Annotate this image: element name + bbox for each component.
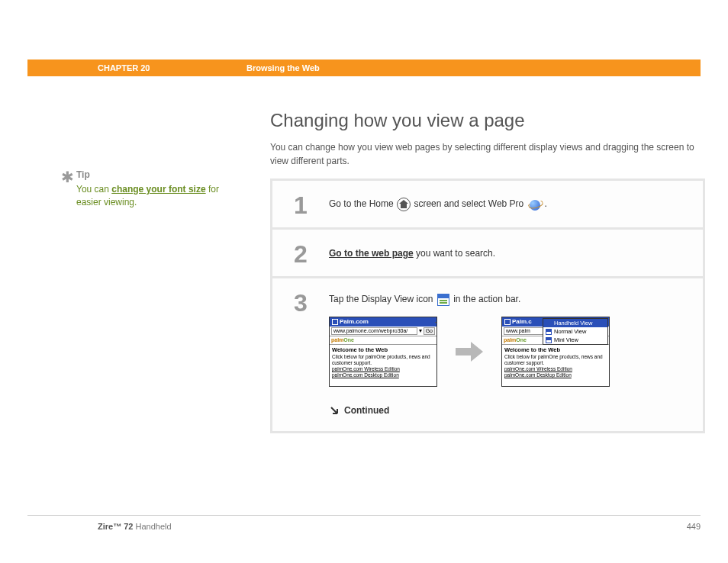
dropdown-item-handheld: Handheld View: [543, 319, 607, 327]
chapter-label: CHAPTER 20: [98, 63, 246, 72]
display-view-dropdown: Handheld View Normal View Mini View: [543, 318, 608, 345]
chapter-title: Browsing the Web: [246, 63, 320, 72]
step-1-body: Go to the Home screen and select Web Pro…: [329, 191, 703, 217]
mini-tabbar: palmOne: [330, 336, 436, 345]
step-number: 1: [272, 188, 329, 220]
page-heading: Changing how you view a page: [270, 110, 705, 131]
dropdown-item-mini: Mini View: [543, 336, 607, 344]
chapter-header: CHAPTER 20 Browsing the Web: [27, 60, 701, 76]
product-rest: Handheld: [133, 522, 171, 531]
step-3-body: Tap the Display View icon in the action …: [329, 286, 703, 423]
continued-indicator: Continued: [329, 404, 688, 417]
mini-go-button: Go: [424, 327, 435, 335]
step-3-text-b: in the action bar.: [451, 294, 520, 304]
main-content: Changing how you view a page You can cha…: [270, 110, 705, 433]
step-1-text-c: .: [545, 198, 547, 209]
mini-link-desktop: palmOne.com Desktop Edition: [332, 372, 434, 378]
step-1-text-a: Go to the Home: [329, 198, 396, 209]
arrow-right-icon: [451, 336, 488, 367]
display-view-icon: [437, 294, 449, 306]
screenshot-after: Palm.c www.palm palmOne Welcome to the W…: [501, 317, 610, 387]
mini-link-wireless: palmOne.com Wireless Edition: [504, 366, 607, 372]
mini-titlebar: Palm.com: [330, 317, 436, 327]
mini-welcome: Welcome to the Web: [504, 346, 607, 353]
tip-heading: Tip: [76, 169, 244, 180]
webpro-icon: [528, 198, 543, 211]
dropdown-item-normal: Normal View: [543, 327, 607, 336]
mini-logo: palmOne: [504, 337, 527, 343]
mini-title-text: Palm.com: [340, 318, 369, 326]
mini-link-desktop: palmOne.com Desktop Edition: [504, 372, 607, 378]
step-3: 3 Tap the Display View icon in the actio…: [272, 278, 703, 431]
screenshot-before: Display View icon Palm.com www.palmone.c…: [329, 317, 437, 387]
home-icon: [396, 197, 411, 211]
intro-paragraph: You can change how you view web pages by…: [270, 140, 705, 168]
steps-container: 1 Go to the Home screen and select Web P…: [270, 179, 705, 433]
tip-body: You can change your font size for easier…: [76, 183, 244, 209]
mini-content: Welcome to the Web Click below for palmO…: [330, 345, 436, 380]
mini-desc: Click below for palmOne products, news a…: [332, 354, 434, 365]
step-1: 1 Go to the Home screen and select Web P…: [272, 181, 703, 230]
arrow-down-right-icon: [329, 405, 340, 416]
step-2-body: Go to the web page you want to search.: [329, 240, 703, 266]
step-2-rest: you want to search.: [414, 248, 495, 259]
page-number: 449: [687, 522, 701, 531]
mini-url: www.palmone.com/webpro30a/: [331, 327, 417, 335]
product-name: Zire™ 72 Handheld: [98, 522, 172, 531]
mini-address-bar: www.palmone.com/webpro30a/ ▾ Go: [330, 327, 436, 336]
step-number: 3: [272, 286, 329, 317]
product-bold: Zire™ 72: [98, 522, 133, 531]
step-1-text-b: screen and select Web Pro: [411, 198, 527, 209]
go-to-web-page-link[interactable]: Go to the web page: [329, 248, 414, 259]
asterisk-icon: ✱: [61, 168, 74, 186]
mini-content: Welcome to the Web Click below for palmO…: [502, 345, 609, 380]
tip-text-prefix: You can: [76, 184, 111, 195]
step-2: 2 Go to the web page you want to search.: [272, 230, 703, 278]
screenshots-row: Display View icon Palm.com www.palmone.c…: [329, 317, 688, 387]
continued-label: Continued: [344, 404, 389, 417]
step-3-text-a: Tap the Display View icon: [329, 294, 436, 304]
mini-welcome: Welcome to the Web: [332, 346, 434, 353]
change-font-size-link[interactable]: change your font size: [111, 184, 205, 195]
mini-title-text: Palm.c: [512, 318, 532, 326]
tip-sidebar: ✱ Tip You can change your font size for …: [76, 169, 244, 209]
mini-logo: palmOne: [331, 337, 354, 343]
step-number: 2: [272, 237, 329, 269]
mini-desc: Click below for palmOne products, news a…: [504, 354, 607, 365]
mini-link-wireless: palmOne.com Wireless Edition: [332, 366, 434, 372]
page-footer: Zire™ 72 Handheld 449: [27, 515, 701, 531]
